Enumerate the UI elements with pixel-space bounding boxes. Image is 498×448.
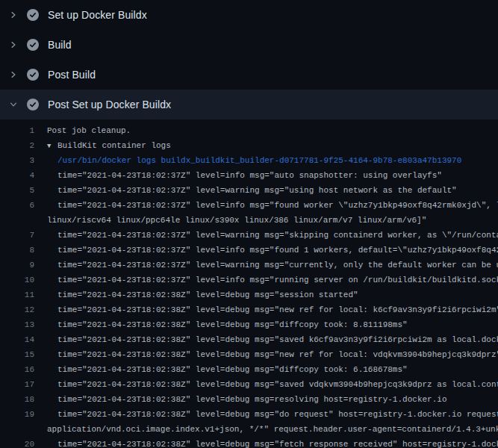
log-line: 9time="2021-04-23T18:02:37Z" level=warni… <box>0 258 498 273</box>
log-text: time="2021-04-23T18:02:37Z" level=warnin… <box>57 228 498 243</box>
line-number[interactable]: 8 <box>0 243 34 258</box>
chevron-right-icon[interactable] <box>7 69 19 81</box>
line-number[interactable]: 1 <box>0 123 34 138</box>
step-label: Post Set up Docker Buildx <box>48 99 171 111</box>
status-check-icon <box>27 9 39 21</box>
line-number[interactable]: 3 <box>0 153 34 168</box>
line-number[interactable]: 6 <box>0 198 34 213</box>
line-number <box>0 213 34 228</box>
log-text: time="2021-04-23T18:02:37Z" level=warnin… <box>57 183 457 198</box>
log-text: time="2021-04-23T18:02:38Z" level=debug … <box>57 332 498 347</box>
log-line: 12time="2021-04-23T18:02:38Z" level=debu… <box>0 302 498 317</box>
log-text: time="2021-04-23T18:02:38Z" level=debug … <box>57 347 498 362</box>
log-text: time="2021-04-23T18:02:37Z" level=info m… <box>57 273 498 287</box>
line-number[interactable]: 15 <box>0 347 34 362</box>
log-command-line: 3/usr/bin/docker logs buildx_buildkit_bu… <box>0 153 498 168</box>
line-number[interactable]: 5 <box>0 183 34 198</box>
step-list: Set up Docker BuildxBuildPost BuildPost … <box>0 0 498 119</box>
line-number[interactable]: 18 <box>0 392 34 407</box>
log-output: 1Post job cleanup.2▼BuildKit container l… <box>0 119 498 448</box>
step-section-post-build[interactable]: Post Build <box>0 60 498 90</box>
status-check-icon <box>27 39 39 51</box>
step-section-set-up-docker-buildx[interactable]: Set up Docker Buildx <box>0 0 498 30</box>
line-number[interactable]: 4 <box>0 168 34 183</box>
log-text: time="2021-04-23T18:02:37Z" level=info m… <box>57 168 442 183</box>
line-number[interactable]: 19 <box>0 407 34 422</box>
line-number[interactable]: 14 <box>0 332 34 347</box>
log-text: time="2021-04-23T18:02:38Z" level=debug … <box>57 377 498 392</box>
log-text: time="2021-04-23T18:02:38Z" level=debug … <box>57 392 447 407</box>
log-line: 14time="2021-04-23T18:02:38Z" level=debu… <box>0 332 498 347</box>
step-section-post-set-up-docker-buildx[interactable]: Post Set up Docker Buildx <box>0 90 498 119</box>
log-text: time="2021-04-23T18:02:38Z" level=debug … <box>57 287 358 302</box>
status-check-icon <box>27 69 39 81</box>
log-text: linux/riscv64 linux/ppc64le linux/s390x … <box>47 213 426 228</box>
step-label: Set up Docker Buildx <box>48 9 147 21</box>
log-text: ▼BuildKit container logs <box>47 138 171 153</box>
log-line: 8time="2021-04-23T18:02:37Z" level=info … <box>0 243 498 258</box>
log-text: time="2021-04-23T18:02:38Z" level=debug … <box>57 302 498 317</box>
log-text: time="2021-04-23T18:02:38Z" level=debug … <box>57 437 498 448</box>
log-line: 7time="2021-04-23T18:02:37Z" level=warni… <box>0 228 498 243</box>
log-line: 6time="2021-04-23T18:02:37Z" level=info … <box>0 198 498 213</box>
status-check-icon <box>27 99 39 111</box>
log-text: time="2021-04-23T18:02:37Z" level=info m… <box>57 198 498 213</box>
log-line: application/vnd.oci.image.index.v1+json,… <box>0 422 498 437</box>
line-number[interactable]: 17 <box>0 377 34 392</box>
log-line: 4time="2021-04-23T18:02:37Z" level=info … <box>0 168 498 183</box>
log-text: time="2021-04-23T18:02:38Z" level=debug … <box>57 362 408 377</box>
log-line: 15time="2021-04-23T18:02:38Z" level=debu… <box>0 347 498 362</box>
line-number[interactable]: 12 <box>0 302 34 317</box>
step-label: Build <box>48 39 72 51</box>
line-number[interactable]: 20 <box>0 437 34 448</box>
log-text: time="2021-04-23T18:02:38Z" level=debug … <box>57 407 498 422</box>
line-number[interactable]: 10 <box>0 273 34 287</box>
line-number[interactable]: 2 <box>0 138 34 153</box>
line-number[interactable]: 9 <box>0 258 34 273</box>
log-line: 5time="2021-04-23T18:02:37Z" level=warni… <box>0 183 498 198</box>
log-line: 11time="2021-04-23T18:02:38Z" level=debu… <box>0 287 498 302</box>
log-text: time="2021-04-23T18:02:37Z" level=info m… <box>57 243 498 258</box>
log-line: 17time="2021-04-23T18:02:38Z" level=debu… <box>0 377 498 392</box>
log-text: application/vnd.oci.image.index.v1+json,… <box>47 422 498 437</box>
group-title: BuildKit container logs <box>57 141 171 150</box>
log-text: time="2021-04-23T18:02:37Z" level=warnin… <box>57 258 498 273</box>
chevron-right-icon[interactable] <box>7 39 19 51</box>
actions-log-viewer: Set up Docker BuildxBuildPost BuildPost … <box>0 0 498 448</box>
line-number[interactable]: 7 <box>0 228 34 243</box>
log-line: linux/riscv64 linux/ppc64le linux/s390x … <box>0 213 498 228</box>
log-line: 19time="2021-04-23T18:02:38Z" level=debu… <box>0 407 498 422</box>
chevron-right-icon[interactable] <box>7 9 19 21</box>
log-line: 10time="2021-04-23T18:02:37Z" level=info… <box>0 273 498 287</box>
line-number[interactable]: 13 <box>0 317 34 332</box>
log-text: Post job cleanup. <box>47 123 131 138</box>
line-number[interactable]: 11 <box>0 287 34 302</box>
step-section-build[interactable]: Build <box>0 30 498 60</box>
log-group-header[interactable]: 2▼BuildKit container logs <box>0 138 498 153</box>
step-label: Post Build <box>48 69 96 81</box>
line-number[interactable]: 16 <box>0 362 34 377</box>
log-line: 18time="2021-04-23T18:02:38Z" level=debu… <box>0 392 498 407</box>
line-number <box>0 422 34 437</box>
group-expand-triangle-icon[interactable]: ▼ <box>47 139 57 153</box>
log-line: 13time="2021-04-23T18:02:38Z" level=debu… <box>0 317 498 332</box>
log-line: 1Post job cleanup. <box>0 123 498 138</box>
log-line: 20time="2021-04-23T18:02:38Z" level=debu… <box>0 437 498 448</box>
log-text: time="2021-04-23T18:02:38Z" level=debug … <box>57 317 408 332</box>
command-text: /usr/bin/docker logs buildx_buildkit_bui… <box>57 153 461 168</box>
chevron-down-icon[interactable] <box>7 99 19 111</box>
log-line: 16time="2021-04-23T18:02:38Z" level=debu… <box>0 362 498 377</box>
